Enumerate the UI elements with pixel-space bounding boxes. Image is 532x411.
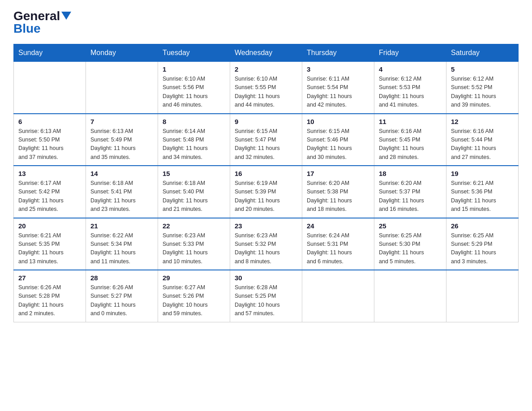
day-number: 3 <box>307 65 369 73</box>
day-info: Sunrise: 6:10 AM Sunset: 5:55 PM Dayligh… <box>235 75 297 110</box>
page-header: General Blue <box>13 9 519 36</box>
calendar-cell: 5Sunrise: 6:12 AM Sunset: 5:52 PM Daylig… <box>446 62 519 114</box>
week-row-4: 20Sunrise: 6:21 AM Sunset: 5:35 PM Dayli… <box>14 218 519 270</box>
weekday-header-monday: Monday <box>86 44 158 62</box>
calendar-cell: 4Sunrise: 6:12 AM Sunset: 5:53 PM Daylig… <box>374 62 446 114</box>
calendar-cell: 18Sunrise: 6:20 AM Sunset: 5:37 PM Dayli… <box>374 166 446 218</box>
day-number: 1 <box>163 65 225 73</box>
weekday-header-wednesday: Wednesday <box>230 44 302 62</box>
day-info: Sunrise: 6:10 AM Sunset: 5:56 PM Dayligh… <box>163 75 225 110</box>
day-number: 25 <box>379 222 442 230</box>
calendar-cell: 14Sunrise: 6:18 AM Sunset: 5:41 PM Dayli… <box>86 166 158 218</box>
day-info: Sunrise: 6:15 AM Sunset: 5:46 PM Dayligh… <box>307 127 369 162</box>
calendar-cell: 13Sunrise: 6:17 AM Sunset: 5:42 PM Dayli… <box>14 166 86 218</box>
calendar-cell: 23Sunrise: 6:23 AM Sunset: 5:32 PM Dayli… <box>230 218 302 270</box>
calendar-cell: 25Sunrise: 6:25 AM Sunset: 5:30 PM Dayli… <box>374 218 446 270</box>
day-info: Sunrise: 6:27 AM Sunset: 5:26 PM Dayligh… <box>163 283 225 318</box>
weekday-header-friday: Friday <box>374 44 446 62</box>
day-number: 12 <box>451 118 514 125</box>
day-number: 30 <box>235 274 297 282</box>
day-number: 10 <box>307 118 369 125</box>
calendar-cell <box>446 270 519 322</box>
week-row-5: 27Sunrise: 6:26 AM Sunset: 5:28 PM Dayli… <box>14 270 519 322</box>
week-row-3: 13Sunrise: 6:17 AM Sunset: 5:42 PM Dayli… <box>14 166 519 218</box>
day-info: Sunrise: 6:22 AM Sunset: 5:34 PM Dayligh… <box>90 231 153 266</box>
day-info: Sunrise: 6:28 AM Sunset: 5:25 PM Dayligh… <box>235 283 297 318</box>
day-info: Sunrise: 6:25 AM Sunset: 5:30 PM Dayligh… <box>379 231 442 266</box>
svg-marker-0 <box>61 12 71 20</box>
day-number: 7 <box>90 118 153 125</box>
day-info: Sunrise: 6:25 AM Sunset: 5:29 PM Dayligh… <box>451 231 514 266</box>
day-info: Sunrise: 6:19 AM Sunset: 5:39 PM Dayligh… <box>235 179 297 214</box>
day-number: 4 <box>379 65 442 73</box>
day-number: 2 <box>235 65 297 73</box>
day-info: Sunrise: 6:13 AM Sunset: 5:50 PM Dayligh… <box>18 127 81 162</box>
day-number: 16 <box>235 170 297 177</box>
calendar-cell <box>374 270 446 322</box>
day-number: 27 <box>18 274 81 282</box>
weekday-header-thursday: Thursday <box>302 44 374 62</box>
day-info: Sunrise: 6:11 AM Sunset: 5:54 PM Dayligh… <box>307 75 369 110</box>
day-info: Sunrise: 6:18 AM Sunset: 5:40 PM Dayligh… <box>163 179 225 214</box>
day-number: 29 <box>163 274 225 282</box>
day-info: Sunrise: 6:13 AM Sunset: 5:49 PM Dayligh… <box>90 127 153 162</box>
calendar-cell: 9Sunrise: 6:15 AM Sunset: 5:47 PM Daylig… <box>230 114 302 166</box>
day-info: Sunrise: 6:24 AM Sunset: 5:31 PM Dayligh… <box>307 231 369 266</box>
logo-triangle-icon <box>61 12 71 21</box>
day-info: Sunrise: 6:20 AM Sunset: 5:37 PM Dayligh… <box>379 179 442 214</box>
calendar-cell: 28Sunrise: 6:26 AM Sunset: 5:27 PM Dayli… <box>86 270 158 322</box>
calendar-cell <box>14 62 86 114</box>
calendar-cell: 6Sunrise: 6:13 AM Sunset: 5:50 PM Daylig… <box>14 114 86 166</box>
day-number: 26 <box>451 222 514 230</box>
logo-blue-text: Blue <box>13 21 71 36</box>
calendar-cell: 8Sunrise: 6:14 AM Sunset: 5:48 PM Daylig… <box>158 114 230 166</box>
calendar-cell: 15Sunrise: 6:18 AM Sunset: 5:40 PM Dayli… <box>158 166 230 218</box>
day-number: 5 <box>451 65 514 73</box>
day-info: Sunrise: 6:12 AM Sunset: 5:53 PM Dayligh… <box>379 75 442 110</box>
day-info: Sunrise: 6:16 AM Sunset: 5:45 PM Dayligh… <box>379 127 442 162</box>
day-number: 6 <box>18 118 81 125</box>
day-info: Sunrise: 6:20 AM Sunset: 5:38 PM Dayligh… <box>307 179 369 214</box>
calendar-cell: 3Sunrise: 6:11 AM Sunset: 5:54 PM Daylig… <box>302 62 374 114</box>
calendar-cell: 29Sunrise: 6:27 AM Sunset: 5:26 PM Dayli… <box>158 270 230 322</box>
calendar-cell: 2Sunrise: 6:10 AM Sunset: 5:55 PM Daylig… <box>230 62 302 114</box>
day-info: Sunrise: 6:23 AM Sunset: 5:33 PM Dayligh… <box>163 231 225 266</box>
day-number: 20 <box>18 222 81 230</box>
day-number: 23 <box>235 222 297 230</box>
day-number: 8 <box>163 118 225 125</box>
calendar-cell: 30Sunrise: 6:28 AM Sunset: 5:25 PM Dayli… <box>230 270 302 322</box>
weekday-header-saturday: Saturday <box>446 44 519 62</box>
calendar-cell: 17Sunrise: 6:20 AM Sunset: 5:38 PM Dayli… <box>302 166 374 218</box>
calendar-cell: 22Sunrise: 6:23 AM Sunset: 5:33 PM Dayli… <box>158 218 230 270</box>
day-info: Sunrise: 6:21 AM Sunset: 5:36 PM Dayligh… <box>451 179 514 214</box>
calendar-cell <box>86 62 158 114</box>
calendar-cell: 19Sunrise: 6:21 AM Sunset: 5:36 PM Dayli… <box>446 166 519 218</box>
week-row-1: 1Sunrise: 6:10 AM Sunset: 5:56 PM Daylig… <box>14 62 519 114</box>
day-number: 28 <box>90 274 153 282</box>
day-number: 24 <box>307 222 369 230</box>
day-info: Sunrise: 6:16 AM Sunset: 5:44 PM Dayligh… <box>451 127 514 162</box>
weekday-header-tuesday: Tuesday <box>158 44 230 62</box>
day-number: 21 <box>90 222 153 230</box>
day-info: Sunrise: 6:23 AM Sunset: 5:32 PM Dayligh… <box>235 231 297 266</box>
day-info: Sunrise: 6:26 AM Sunset: 5:28 PM Dayligh… <box>18 283 81 318</box>
day-number: 17 <box>307 170 369 177</box>
week-row-2: 6Sunrise: 6:13 AM Sunset: 5:50 PM Daylig… <box>14 114 519 166</box>
calendar-cell: 27Sunrise: 6:26 AM Sunset: 5:28 PM Dayli… <box>14 270 86 322</box>
weekday-header-sunday: Sunday <box>14 44 86 62</box>
day-info: Sunrise: 6:17 AM Sunset: 5:42 PM Dayligh… <box>18 179 81 214</box>
day-info: Sunrise: 6:14 AM Sunset: 5:48 PM Dayligh… <box>163 127 225 162</box>
calendar-cell: 1Sunrise: 6:10 AM Sunset: 5:56 PM Daylig… <box>158 62 230 114</box>
calendar-cell <box>302 270 374 322</box>
day-number: 9 <box>235 118 297 125</box>
logo: General Blue <box>13 9 71 36</box>
calendar-cell: 16Sunrise: 6:19 AM Sunset: 5:39 PM Dayli… <box>230 166 302 218</box>
calendar-table: SundayMondayTuesdayWednesdayThursdayFrid… <box>13 44 519 322</box>
day-number: 19 <box>451 170 514 177</box>
day-number: 18 <box>379 170 442 177</box>
calendar-cell: 21Sunrise: 6:22 AM Sunset: 5:34 PM Dayli… <box>86 218 158 270</box>
weekday-header-row: SundayMondayTuesdayWednesdayThursdayFrid… <box>14 44 519 62</box>
day-number: 15 <box>163 170 225 177</box>
calendar-cell: 12Sunrise: 6:16 AM Sunset: 5:44 PM Dayli… <box>446 114 519 166</box>
calendar-cell: 10Sunrise: 6:15 AM Sunset: 5:46 PM Dayli… <box>302 114 374 166</box>
